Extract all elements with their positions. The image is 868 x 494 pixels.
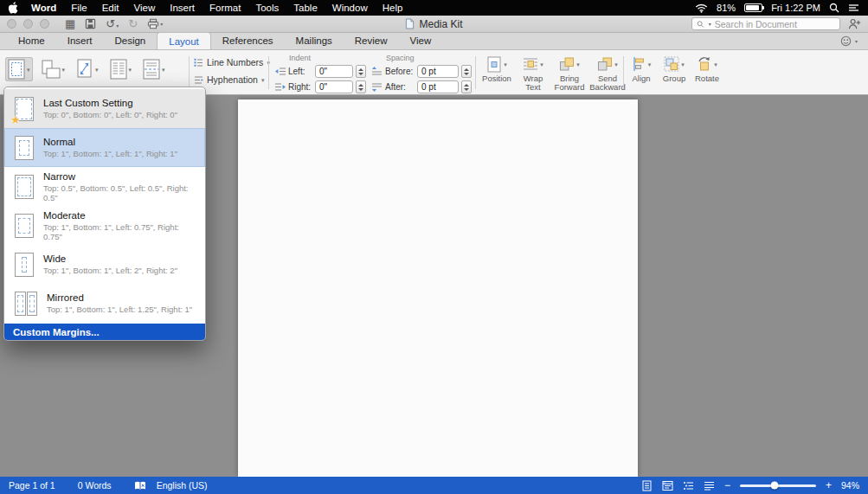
menu-window[interactable]: Window [332, 3, 368, 13]
spacing-before-field[interactable]: 0 pt [417, 65, 459, 78]
margins-option-moderate[interactable]: Moderate Top: 1", Bottom: 1", Left: 0.75… [4, 206, 205, 245]
zoom-in-icon[interactable]: + [826, 480, 832, 491]
tab-design[interactable]: Design [103, 32, 157, 49]
redo-icon[interactable]: ↻ [128, 18, 138, 29]
send-backward-button[interactable]: ▾ Send Backward [588, 55, 627, 93]
rotate-button[interactable]: ▾ Rotate [692, 55, 722, 83]
hyphenation-label: Hyphenation [207, 74, 258, 85]
zoom-button[interactable] [40, 19, 49, 29]
tab-layout[interactable]: Layout [157, 32, 211, 49]
zoom-percent[interactable]: 94% [841, 480, 859, 491]
indent-right-field[interactable]: 0" [315, 80, 353, 93]
margins-page-icon [15, 253, 34, 277]
status-bar-right: − + 94% [641, 480, 859, 491]
zoom-slider[interactable] [740, 484, 816, 487]
proofing-status-icon[interactable] [134, 481, 146, 491]
hyphenation-caret-icon: ▾ [261, 77, 265, 83]
menu-view[interactable]: View [134, 3, 156, 13]
menu-tools[interactable]: Tools [255, 3, 279, 13]
columns-icon [110, 59, 127, 80]
hyphenation-button[interactable]: Hyphenation ▾ [194, 74, 270, 85]
menu-file[interactable]: File [71, 3, 87, 13]
ribbon-options-button[interactable]: ▾ [840, 32, 858, 49]
menu-format[interactable]: Format [209, 3, 241, 13]
menu-insert[interactable]: Insert [170, 3, 195, 13]
document-page[interactable] [238, 99, 638, 477]
menu-edit[interactable]: Edit [102, 3, 119, 13]
group-button[interactable]: ▾ Group [659, 55, 689, 83]
save-icon[interactable] [85, 18, 96, 29]
tab-home[interactable]: Home [7, 32, 56, 49]
menu-word[interactable]: Word [31, 3, 56, 13]
wrap-text-button[interactable]: ▾ Wrap Text [516, 55, 550, 93]
bring-forward-button[interactable]: ▾ Bring Forward [552, 55, 587, 93]
share-add-person-icon[interactable] [848, 18, 861, 29]
tab-review[interactable]: Review [344, 32, 399, 49]
spacing-after-field[interactable]: 0 pt [417, 80, 459, 93]
columns-button[interactable]: ▾ [107, 57, 135, 81]
menubar-clock[interactable]: Fri 1:22 PM [771, 3, 820, 13]
undo-icon: ↺ [106, 17, 115, 30]
margins-option-mirrored[interactable]: Mirrored Top: 1", Bottom: 1", Left: 1.25… [4, 284, 205, 323]
margins-option-title: Narrow [43, 171, 198, 182]
spacing-before-icon [372, 67, 383, 76]
print-button[interactable]: ▾ [147, 18, 163, 29]
search-input[interactable] [715, 19, 835, 29]
search-scope-caret-icon[interactable]: ▾ [709, 21, 711, 27]
apple-menu-icon[interactable] [9, 2, 19, 14]
print-caret-icon[interactable]: ▾ [160, 21, 163, 27]
margins-option-narrow[interactable]: Narrow Top: 0.5", Bottom: 0.5", Left: 0.… [4, 167, 205, 206]
spacing-before-stepper[interactable] [461, 65, 472, 78]
document-icon [405, 18, 415, 29]
margins-option-wide[interactable]: Wide Top: 1", Bottom: 1", Left: 2", Righ… [4, 245, 205, 284]
zoom-slider-knob[interactable] [770, 482, 778, 490]
battery-icon[interactable] [744, 3, 762, 12]
close-button[interactable] [7, 19, 16, 29]
position-button[interactable]: ▾ Position [479, 55, 514, 93]
draft-view-icon[interactable] [704, 480, 715, 491]
wifi-icon[interactable] [695, 3, 708, 13]
margins-button[interactable]: ▾ [5, 57, 33, 81]
breaks-icon [143, 59, 160, 80]
tab-mailings[interactable]: Mailings [285, 32, 344, 49]
menu-help[interactable]: Help [383, 3, 403, 13]
indent-left-field[interactable]: 0" [315, 65, 353, 78]
spotlight-icon[interactable] [829, 3, 839, 13]
spacing-group-label: Spacing [386, 54, 472, 62]
indent-left-stepper[interactable] [356, 65, 366, 78]
rotate-caret-icon: ▾ [714, 61, 717, 67]
orientation-button[interactable]: ▾ [39, 57, 68, 81]
tab-view[interactable]: View [399, 32, 443, 49]
line-numbers-button[interactable]: Line Numbers ▾ [194, 57, 270, 67]
web-layout-view-icon[interactable] [662, 480, 673, 491]
margins-option-title: Wide [43, 253, 177, 264]
margins-icon [8, 59, 25, 80]
document-search-box[interactable]: ▾ [691, 17, 840, 30]
margins-option-normal[interactable]: Normal Top: 1", Bottom: 1", Left: 1", Ri… [4, 128, 205, 167]
position-icon [486, 56, 502, 73]
margins-page-icon [15, 214, 34, 238]
print-layout-view-icon[interactable] [641, 480, 653, 491]
size-button[interactable]: ▾ [74, 57, 101, 81]
traffic-lights [7, 19, 49, 29]
tab-insert[interactable]: Insert [56, 32, 104, 49]
undo-caret-icon[interactable]: ▾ [116, 23, 119, 29]
align-button[interactable]: ▾ Align [627, 55, 656, 83]
minimize-button[interactable] [23, 19, 33, 29]
indent-group-label: Indent [289, 54, 366, 62]
undo-button[interactable]: ↺▾ [106, 18, 119, 30]
zoom-out-icon[interactable]: − [724, 480, 730, 491]
indent-right-stepper[interactable] [356, 80, 366, 93]
breaks-button[interactable]: ▾ [140, 57, 168, 81]
menu-table[interactable]: Table [293, 3, 318, 13]
spacing-after-stepper[interactable] [461, 80, 472, 93]
language-status[interactable]: English (US) [157, 480, 208, 491]
margins-option-last-custom[interactable]: ★ Last Custom Setting Top: 0", Bottom: 0… [4, 89, 205, 128]
custom-margins-button[interactable]: Custom Margins... [4, 324, 205, 340]
page-count-status[interactable]: Page 1 of 1 [9, 480, 55, 491]
tab-references[interactable]: References [211, 32, 285, 49]
word-count-status[interactable]: 0 Words [78, 480, 112, 491]
notification-center-icon[interactable] [848, 3, 859, 12]
outline-view-icon[interactable] [683, 480, 694, 491]
ribbon-toggle-icon[interactable]: ▦ [65, 18, 75, 29]
